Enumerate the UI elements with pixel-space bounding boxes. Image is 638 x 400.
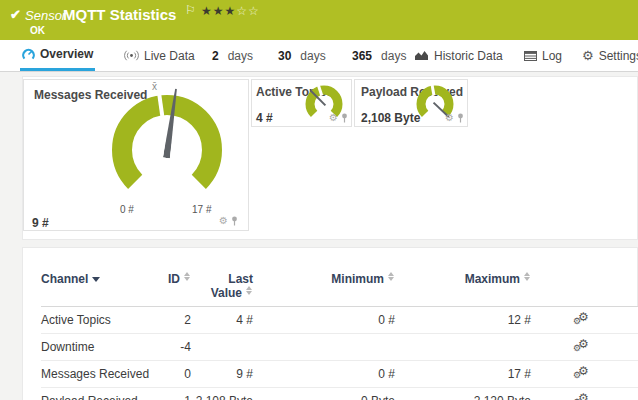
- channel-settings-icon[interactable]: ⚙⚙: [573, 392, 591, 400]
- object-kind-label: Sensor: [25, 8, 66, 23]
- gear-icon[interactable]: ⚙: [329, 113, 338, 123]
- column-header-id[interactable]: ID: [153, 248, 191, 307]
- channel-last-value: 9 #: [191, 361, 253, 388]
- channel-settings-icon[interactable]: ⚙⚙: [573, 311, 591, 327]
- gauge-value: 9 #: [32, 216, 49, 230]
- gear-icon: ⚙: [582, 49, 594, 62]
- average-symbol: x̄: [152, 81, 157, 92]
- flag-icon[interactable]: ⚐: [185, 3, 196, 17]
- gauge-icon: [22, 48, 35, 61]
- pin-icon[interactable]: [457, 113, 464, 123]
- tab-historic-data[interactable]: Historic Data: [413, 40, 505, 71]
- table-row-downtime[interactable]: Downtime -4 ⚙⚙: [41, 334, 638, 361]
- tab-label: Live Data: [144, 49, 195, 63]
- table-row-messages-received[interactable]: Messages Received 0 9 # 0 # 17 # ⚙⚙: [41, 361, 638, 388]
- gauge-dial: x̄: [102, 85, 232, 215]
- column-header-maximum[interactable]: Maximum: [395, 248, 531, 307]
- tab-label: days: [228, 49, 253, 63]
- channel-name[interactable]: Downtime: [41, 334, 153, 361]
- chart-icon: [415, 50, 429, 61]
- gauge-panel-messages-received[interactable]: Messages Received x̄ 0 # 17 # 9 # ⚙: [23, 79, 249, 231]
- priority-stars[interactable]: ★★★☆☆: [201, 4, 260, 18]
- sensor-header: ✔ Sensor MQTT Statistics ⚐ ★★★☆☆ OK: [0, 0, 638, 40]
- log-icon: [524, 51, 537, 61]
- tab-label: Log: [542, 49, 562, 63]
- channel-table-section: Channel ID LastValue Minimum Maximum Act…: [22, 247, 638, 400]
- sort-icon: [524, 272, 531, 281]
- tab-label: days: [381, 49, 406, 63]
- sort-desc-icon: [92, 277, 100, 282]
- channel-settings-icon[interactable]: ⚙⚙: [573, 365, 591, 381]
- tab-overview[interactable]: Overview: [20, 40, 95, 71]
- tab-label: days: [300, 49, 325, 63]
- tab-number: 30: [278, 49, 291, 63]
- gauge-min-label: 0 #: [120, 204, 134, 215]
- live-icon: [124, 50, 139, 61]
- gauge-panel-payload-received[interactable]: Payload Received 2,108 Byte ⚙: [354, 79, 468, 127]
- gear-icon[interactable]: ⚙: [219, 216, 228, 226]
- status-ok-icon: ✔: [10, 7, 21, 22]
- tab-number: 2: [212, 49, 219, 63]
- channel-name[interactable]: Active Topics: [41, 307, 153, 334]
- tab-30-days[interactable]: 30days: [276, 40, 328, 71]
- channel-last-value: [191, 334, 253, 361]
- channel-maximum: 17 #: [395, 361, 531, 388]
- sort-icon: [246, 286, 253, 295]
- sort-icon: [388, 272, 395, 281]
- channel-id: 1: [153, 388, 191, 400]
- column-header-last-value[interactable]: LastValue: [191, 248, 253, 307]
- sort-icon: [184, 272, 191, 281]
- tab-label: Settings: [599, 49, 638, 63]
- channel-minimum: 0 Byte: [253, 388, 395, 400]
- channel-id: 2: [153, 307, 191, 334]
- tab-365-days[interactable]: 365days: [350, 40, 408, 71]
- table-row-active-topics[interactable]: Active Topics 2 4 # 0 # 12 # ⚙⚙: [41, 307, 638, 334]
- channel-last-value: 4 #: [191, 307, 253, 334]
- pin-icon[interactable]: [231, 216, 238, 226]
- tab-2-days[interactable]: 2days: [210, 40, 255, 71]
- channel-maximum: 12 #: [395, 307, 531, 334]
- stars-filled[interactable]: ★★★: [201, 4, 236, 18]
- tab-label: Overview: [40, 47, 93, 61]
- status-badge: OK: [30, 25, 45, 36]
- column-header-channel[interactable]: Channel: [41, 248, 153, 307]
- channel-minimum: 0 #: [253, 307, 395, 334]
- channel-id: -4: [153, 334, 191, 361]
- pin-icon[interactable]: [341, 113, 348, 123]
- tab-label: Historic Data: [434, 49, 503, 63]
- column-header-minimum[interactable]: Minimum: [253, 248, 395, 307]
- table-row-payload-received[interactable]: Payload Received 1 2,108 Byte 0 Byte 2,1…: [41, 388, 638, 400]
- overview-section: Messages Received x̄ 0 # 17 # 9 # ⚙ Acti…: [22, 76, 638, 240]
- gear-icon[interactable]: ⚙: [445, 113, 454, 123]
- page-title: MQTT Statistics: [63, 6, 176, 23]
- tab-settings[interactable]: ⚙ Settings: [580, 40, 638, 71]
- prtg-sensor-page: ✔ Sensor MQTT Statistics ⚐ ★★★☆☆ OK Over…: [0, 0, 638, 400]
- tab-live-data[interactable]: Live Data: [122, 40, 197, 71]
- channel-minimum: [253, 334, 395, 361]
- gauge-panel-active-topics[interactable]: Active Topics 4 # ⚙: [251, 79, 352, 127]
- channel-settings-icon[interactable]: ⚙⚙: [573, 338, 591, 354]
- channel-name[interactable]: Messages Received: [41, 361, 153, 388]
- table-header-row: Channel ID LastValue Minimum Maximum: [41, 248, 638, 307]
- channel-last-value: 2,108 Byte: [191, 388, 253, 400]
- gauge-max-label: 17 #: [192, 204, 211, 215]
- channel-minimum: 0 #: [253, 361, 395, 388]
- channel-id: 0: [153, 361, 191, 388]
- gauge-value: 4 #: [256, 111, 273, 125]
- tab-number: 365: [352, 49, 372, 63]
- tab-log[interactable]: Log: [522, 40, 564, 71]
- channel-name[interactable]: Payload Received: [41, 388, 153, 400]
- column-header-actions: [531, 248, 638, 307]
- channel-maximum: 2,120 Byte: [395, 388, 531, 400]
- gauge-value: 2,108 Byte: [361, 111, 420, 125]
- stars-empty[interactable]: ☆☆: [236, 4, 260, 18]
- tab-bar: Overview Live Data 2days 30days 365days …: [0, 40, 638, 72]
- channel-maximum: [395, 334, 531, 361]
- channel-table: Channel ID LastValue Minimum Maximum Act…: [41, 248, 638, 400]
